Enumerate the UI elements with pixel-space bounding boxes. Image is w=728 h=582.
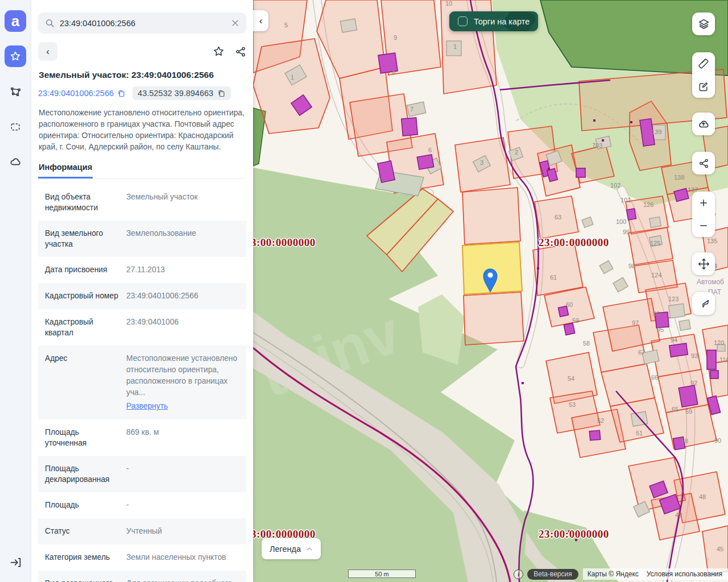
- share-map-button[interactable]: [692, 152, 715, 174]
- icon-rail: a: [0, 0, 31, 582]
- sidebar-item-polygon-select[interactable]: [5, 81, 26, 102]
- back-button[interactable]: ‹: [38, 42, 57, 61]
- table-row: Кадастровый номер23:49:0401006:2566: [38, 283, 246, 309]
- sidebar-item-cloud[interactable]: [5, 151, 26, 173]
- cloud-icon: [9, 156, 22, 168]
- sidebar-item-area-select[interactable]: [5, 116, 26, 138]
- info-table: Вид объекта недвижимостиЗемельный участо…: [38, 184, 246, 582]
- quarter-label: 23:00:0000000: [253, 236, 316, 248]
- locate-me-button[interactable]: [692, 292, 715, 315]
- object-chips: 23:49:0401006:2566 43.52532 39.894663: [38, 86, 246, 100]
- table-row: СтатусУчтенный: [38, 518, 246, 544]
- share-icon[interactable]: [235, 46, 246, 57]
- parcel-number: 135: [707, 238, 717, 244]
- parcel-number: 48: [699, 493, 706, 500]
- map-canvas: tbinv: [253, 0, 728, 582]
- row-label: Статус: [45, 526, 120, 537]
- table-row: Вид разрешенного использованияДля органи…: [38, 571, 246, 582]
- parcel-number: 59: [572, 317, 579, 324]
- row-value: 23:49:0401006:2566: [120, 290, 241, 302]
- copyright-label: Карты © Яндекс: [588, 570, 639, 578]
- row-value: Земли населенных пунктов: [120, 552, 241, 563]
- search-icon: [45, 18, 55, 28]
- table-row: Категория земельЗемли населенных пунктов: [38, 544, 246, 571]
- chevron-up-icon: [306, 546, 313, 552]
- parcel-number: 703: [592, 142, 602, 149]
- parcel-number: 90: [714, 437, 721, 444]
- parcel-number: 51: [636, 430, 643, 436]
- parcel-number: 120: [714, 339, 724, 346]
- zoom-in-button[interactable]: [692, 192, 715, 214]
- table-row: Вид земельного участкаЗемлепользование: [38, 221, 246, 257]
- row-label: Вид разрешенного использования: [45, 578, 120, 582]
- quarter-label: 23:00:0000000: [539, 236, 609, 248]
- layers-button[interactable]: [692, 13, 715, 35]
- zoom-out-button[interactable]: [692, 214, 715, 237]
- ruler-button[interactable]: [692, 52, 715, 75]
- parcel-number: 125: [650, 240, 660, 247]
- star-icon: [10, 51, 21, 62]
- exit-icon: [10, 556, 22, 568]
- parcel-number: 100: [616, 218, 626, 225]
- table-row: Дата присвоения27.11.2013: [38, 257, 246, 283]
- row-value: Учтенный: [120, 526, 241, 537]
- quarter-label: 23:00:0000000: [539, 528, 609, 540]
- copy-icon[interactable]: [117, 89, 126, 98]
- dashed-square-icon: [10, 121, 21, 132]
- parcel-number: 138: [674, 174, 684, 181]
- parcel-number: 99: [623, 228, 630, 235]
- pan-mode-button[interactable]: [692, 252, 715, 275]
- sidebar-item-exit[interactable]: [5, 551, 26, 573]
- parcel-number: 45: [717, 546, 723, 552]
- app-logo[interactable]: a: [5, 10, 26, 32]
- parcel-number: 58: [681, 438, 688, 444]
- draw-tools-group: [692, 52, 715, 98]
- parcel-number: 58: [583, 340, 590, 347]
- row-label: Кадастровый квартал: [45, 317, 120, 338]
- cadastral-map-app: a: [0, 0, 728, 582]
- table-row: Вид объекта недвижимостиЗемельный участо…: [38, 184, 246, 221]
- terms-link[interactable]: Условия использования: [647, 570, 722, 578]
- upload-button[interactable]: [692, 113, 715, 135]
- row-label: Категория земель: [45, 552, 120, 563]
- map-viewport[interactable]: tbinv: [253, 0, 728, 582]
- parcel-number: 98: [628, 263, 635, 269]
- row-label: Вид объекта недвижимости: [45, 192, 120, 213]
- object-panel: ‹ Земельный участок: 23:49:0401006:2566 …: [31, 0, 253, 582]
- clear-search-icon[interactable]: [231, 19, 239, 27]
- parcel-number: 97: [632, 319, 639, 326]
- parcel-number: 7: [410, 106, 413, 113]
- torgi-toggle[interactable]: Торги на карте: [449, 11, 538, 31]
- row-value: -: [120, 463, 241, 485]
- map-attribution: i Beta-версия Карты © Яндекс Условия исп…: [514, 568, 728, 580]
- cadastral-number-link[interactable]: 23:49:0401006:2566: [38, 89, 126, 98]
- table-row: Площадь уточненная869 кв. м: [38, 419, 246, 456]
- copy-icon[interactable]: [217, 89, 226, 98]
- row-label: Кадастровый номер: [45, 290, 120, 302]
- torgi-checkbox[interactable]: [458, 16, 468, 26]
- row-label: Площадь декларированная: [45, 463, 120, 485]
- parcel-number: 10: [445, 0, 452, 7]
- parcel-number: 123: [668, 296, 679, 302]
- coordinates-chip: 43.52532 39.894663: [133, 86, 231, 100]
- polygon-icon: [10, 86, 22, 98]
- parcel-number: 3: [480, 159, 483, 166]
- scale-bar: 50 m: [348, 569, 416, 578]
- tab-information[interactable]: Информация: [38, 163, 93, 178]
- row-label: Адрес: [45, 353, 120, 412]
- expand-address-link[interactable]: Развернуть: [126, 401, 168, 412]
- row-value: Местоположение установлено относительно …: [120, 353, 241, 412]
- table-row: Площадь декларированная-: [38, 456, 246, 492]
- object-description: Местоположение установлено относительно …: [39, 107, 246, 153]
- parcel-number: 119: [719, 356, 728, 363]
- legend-button[interactable]: Легенда: [262, 538, 321, 559]
- sidebar-item-favorites[interactable]: [5, 45, 26, 67]
- favorite-star-icon[interactable]: [213, 45, 225, 57]
- row-value: Земельный участок: [120, 192, 241, 213]
- info-icon[interactable]: i: [514, 569, 523, 579]
- edit-button[interactable]: [692, 75, 715, 98]
- collapse-panel-button[interactable]: ‹: [253, 10, 268, 31]
- parcel-number: 96: [653, 310, 660, 317]
- search-input[interactable]: [60, 19, 226, 28]
- row-value: 23:49:0401006: [120, 317, 241, 338]
